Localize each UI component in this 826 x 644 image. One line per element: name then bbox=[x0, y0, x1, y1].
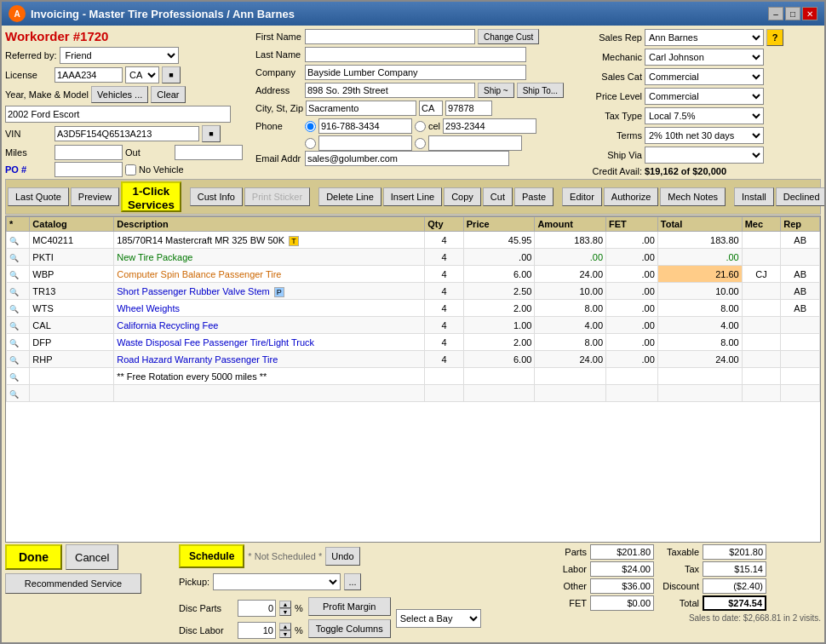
disc-labor-pct: % bbox=[295, 625, 303, 635]
cell-amount: 183.80 bbox=[535, 232, 606, 249]
help-button[interactable]: ? bbox=[766, 29, 783, 46]
table-row[interactable]: 🔍 MC40211 185/70R14 Mastercraft MR 325 B… bbox=[7, 232, 820, 249]
cel-input[interactable] bbox=[443, 118, 536, 134]
profit-margin-button[interactable]: Profit Margin bbox=[308, 597, 391, 616]
sales-rep-select[interactable]: Ann Barnes bbox=[645, 29, 764, 46]
pickup-select[interactable] bbox=[213, 573, 341, 590]
state-input[interactable] bbox=[419, 101, 443, 116]
license-input[interactable] bbox=[54, 67, 123, 83]
company-input[interactable] bbox=[305, 65, 526, 80]
phone-input-3[interactable] bbox=[428, 135, 522, 151]
line-items-table-container[interactable]: * Catalog Description Qty Price Amount F… bbox=[5, 216, 821, 543]
paste-button[interactable]: Paste bbox=[514, 187, 554, 206]
po-input[interactable] bbox=[54, 162, 123, 177]
address-input[interactable] bbox=[305, 83, 475, 98]
ship-to-button2[interactable]: Ship To... bbox=[517, 83, 565, 98]
delete-line-button[interactable]: Delete Line bbox=[318, 187, 381, 206]
disc-labor-up[interactable]: ▲ bbox=[279, 623, 291, 630]
table-row[interactable]: 🔍 bbox=[7, 385, 820, 402]
close-button[interactable]: ✕ bbox=[802, 7, 817, 20]
cell-catalog: RHP bbox=[30, 351, 114, 368]
select-bay-select[interactable]: Select a Bay bbox=[396, 609, 481, 628]
insert-line-button[interactable]: Insert Line bbox=[383, 187, 442, 206]
copy-button[interactable]: Copy bbox=[444, 187, 481, 206]
disc-labor-input[interactable] bbox=[238, 622, 276, 639]
done-button[interactable]: Done bbox=[5, 544, 62, 570]
table-row[interactable]: 🔍 PKTI New Tire Package 4 .00 .00 .00 .0… bbox=[7, 249, 820, 266]
undo-button[interactable]: Undo bbox=[325, 547, 359, 566]
disc-parts-up[interactable]: ▲ bbox=[279, 601, 291, 608]
cell-fet: .00 bbox=[606, 249, 658, 266]
minimize-button[interactable]: – bbox=[768, 7, 783, 20]
one-click-services-button[interactable]: 1-ClickServices bbox=[121, 181, 181, 212]
mechanic-select[interactable]: Carl Johnson bbox=[645, 49, 764, 66]
editor-button[interactable]: Editor bbox=[562, 187, 602, 206]
toggle-columns-button[interactable]: Toggle Columns bbox=[308, 619, 391, 638]
clear-button[interactable]: Clear bbox=[151, 86, 185, 103]
state-select[interactable]: CA bbox=[125, 66, 159, 83]
scan-button[interactable]: ■ bbox=[162, 66, 181, 83]
phone-input-2[interactable] bbox=[318, 135, 412, 151]
table-row[interactable]: 🔍 RHP Road Hazard Warranty Passenger Tir… bbox=[7, 351, 820, 368]
vin-input[interactable] bbox=[54, 126, 199, 141]
disc-parts-down[interactable]: ▼ bbox=[279, 608, 291, 616]
authorize-button[interactable]: Authorize bbox=[604, 187, 658, 206]
phone-input-1[interactable] bbox=[318, 118, 412, 134]
declined-button[interactable]: Declined bbox=[776, 187, 824, 206]
mech-notes-button[interactable]: Mech Notes bbox=[660, 187, 726, 206]
no-vehicle-checkbox[interactable] bbox=[125, 164, 136, 175]
ship-via-select[interactable] bbox=[645, 147, 764, 164]
disc-parts-spinner[interactable]: ▲ ▼ bbox=[279, 601, 291, 616]
phone-radio-2[interactable] bbox=[415, 121, 426, 132]
phone-radio-4[interactable] bbox=[415, 138, 426, 149]
cell-total: 21.60 bbox=[657, 266, 742, 283]
table-row[interactable]: 🔍 CAL California Recycling Fee 4 1.00 4.… bbox=[7, 317, 820, 334]
table-row[interactable]: 🔍 WBP Computer Spin Balance Passenger Ti… bbox=[7, 266, 820, 283]
change-cust-button[interactable]: Change Cust bbox=[478, 29, 539, 44]
last-name-input[interactable] bbox=[305, 47, 526, 62]
table-row[interactable]: 🔍 DFP Waste Disposal Fee Passenger Tire/… bbox=[7, 334, 820, 351]
cell-catalog: TR13 bbox=[30, 283, 114, 300]
vehicles-button[interactable]: Vehicles ... bbox=[91, 86, 148, 103]
referred-select[interactable]: Friend bbox=[60, 47, 179, 64]
zip-input[interactable] bbox=[445, 101, 492, 116]
title-controls[interactable]: – □ ✕ bbox=[768, 7, 817, 20]
recommended-service-button[interactable]: Recommended Service bbox=[5, 573, 141, 594]
table-header-row: * Catalog Description Qty Price Amount F… bbox=[7, 217, 820, 232]
print-sticker-button[interactable]: Print Sticker bbox=[244, 187, 310, 206]
cancel-button[interactable]: Cancel bbox=[66, 544, 118, 570]
miles-input[interactable] bbox=[54, 145, 123, 160]
vin-scan-button[interactable]: ■ bbox=[202, 125, 221, 142]
phone-radio-3[interactable] bbox=[305, 138, 316, 149]
last-quote-button[interactable]: Last Quote bbox=[8, 187, 69, 206]
preview-button[interactable]: Preview bbox=[71, 187, 119, 206]
cut-button[interactable]: Cut bbox=[483, 187, 513, 206]
price-level-select[interactable]: Commercial bbox=[645, 88, 764, 105]
pickup-dots-button[interactable]: ... bbox=[344, 573, 361, 590]
out-input[interactable] bbox=[175, 145, 243, 160]
ship-to-button[interactable]: Ship ~ bbox=[478, 83, 514, 98]
left-panel: Workorder #1720 Referred by: Friend Lice… bbox=[5, 29, 252, 177]
phone-radio-1[interactable] bbox=[305, 121, 316, 132]
search-icon: 🔍 bbox=[9, 390, 19, 399]
cell-fet: .00 bbox=[606, 317, 658, 334]
sales-cat-select[interactable]: Commercial bbox=[645, 68, 764, 85]
table-row[interactable]: 🔍 TR13 Short Passenger Rubber Valve Stem… bbox=[7, 283, 820, 300]
maximize-button[interactable]: □ bbox=[785, 7, 800, 20]
install-button[interactable]: Install bbox=[734, 187, 774, 206]
cust-info-button[interactable]: Cust Info bbox=[190, 187, 243, 206]
disc-labor-spinner[interactable]: ▲ ▼ bbox=[279, 623, 291, 638]
taxable-row: Taxable $201.80 bbox=[661, 544, 766, 560]
tax-type-select[interactable]: Local 7.5% bbox=[645, 107, 764, 124]
schedule-button[interactable]: Schedule bbox=[179, 544, 244, 568]
disc-labor-down[interactable]: ▼ bbox=[279, 630, 291, 638]
make-model-input[interactable] bbox=[5, 106, 231, 123]
email-input[interactable] bbox=[305, 151, 509, 166]
city-input[interactable] bbox=[306, 101, 416, 116]
table-row[interactable]: 🔍 ** Free Rotation every 5000 miles ** bbox=[7, 368, 820, 385]
first-name-input[interactable] bbox=[305, 29, 475, 44]
cell-total: 183.80 bbox=[657, 232, 742, 249]
terms-select[interactable]: 2% 10th net 30 days bbox=[645, 127, 764, 144]
table-row[interactable]: 🔍 WTS Wheel Weights 4 2.00 8.00 .00 8.00… bbox=[7, 300, 820, 317]
disc-parts-input[interactable] bbox=[238, 600, 276, 617]
